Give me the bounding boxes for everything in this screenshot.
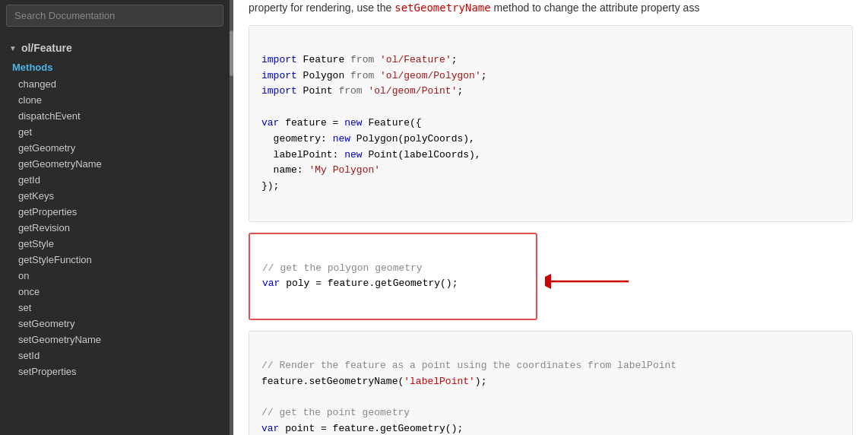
nav-section-header[interactable]: ▼ ol/Feature (0, 37, 230, 59)
highlighted-code-container: // get the polygon geometry var poly = f… (249, 233, 853, 331)
sidebar-item-dispatchEvent[interactable]: dispatchEvent (0, 108, 230, 124)
sidebar-item-setId[interactable]: setId (0, 348, 230, 364)
intro-method-link[interactable]: setGeometryName (394, 2, 490, 14)
sidebar-item-get[interactable]: get (0, 124, 230, 140)
section-arrow-icon: ▼ (9, 44, 17, 52)
code-block-highlighted: // get the polygon geometry var poly = f… (249, 233, 537, 320)
intro-text-after: method to change the attribute property … (494, 2, 700, 14)
sidebar-item-getGeometry[interactable]: getGeometry (0, 140, 230, 156)
intro-text: property for rendering, use the setGeome… (249, 0, 853, 25)
red-arrow-icon (545, 266, 636, 297)
sidebar-item-getKeys[interactable]: getKeys (0, 188, 230, 204)
section-name: ol/Feature (21, 42, 72, 54)
sidebar-item-getProperties[interactable]: getProperties (0, 204, 230, 220)
nav-tree: ▼ ol/Feature Methods changedclonedispatc… (0, 31, 230, 435)
nav-items-list: changedclonedispatchEventgetgetGeometryg… (0, 76, 230, 379)
code-block-render: // Render the feature as a point using t… (249, 331, 853, 435)
code-block-imports: import Feature from 'ol/Feature'; import… (249, 25, 853, 222)
sidebar-item-set[interactable]: set (0, 300, 230, 316)
sidebar-item-once[interactable]: once (0, 284, 230, 300)
search-input[interactable] (6, 5, 223, 27)
sidebar-item-setProperties[interactable]: setProperties (0, 364, 230, 379)
sidebar-item-setGeometryName[interactable]: setGeometryName (0, 332, 230, 348)
sidebar-item-getId[interactable]: getId (0, 172, 230, 188)
sidebar-item-clone[interactable]: clone (0, 92, 230, 108)
sidebar-item-getRevision[interactable]: getRevision (0, 220, 230, 236)
sidebar-item-getStyleFunction[interactable]: getStyleFunction (0, 252, 230, 268)
sidebar-item-changed[interactable]: changed (0, 76, 230, 92)
intro-text-before: property for rendering, use the (249, 2, 391, 14)
sidebar: ▼ ol/Feature Methods changedclonedispatc… (0, 0, 230, 435)
nav-category-methods: Methods (0, 59, 230, 76)
main-content: property for rendering, use the setGeome… (233, 0, 868, 435)
sidebar-item-getGeometryName[interactable]: getGeometryName (0, 156, 230, 172)
sidebar-item-on[interactable]: on (0, 268, 230, 284)
sidebar-item-setGeometry[interactable]: setGeometry (0, 316, 230, 332)
sidebar-item-getStyle[interactable]: getStyle (0, 236, 230, 252)
search-area (0, 0, 230, 31)
